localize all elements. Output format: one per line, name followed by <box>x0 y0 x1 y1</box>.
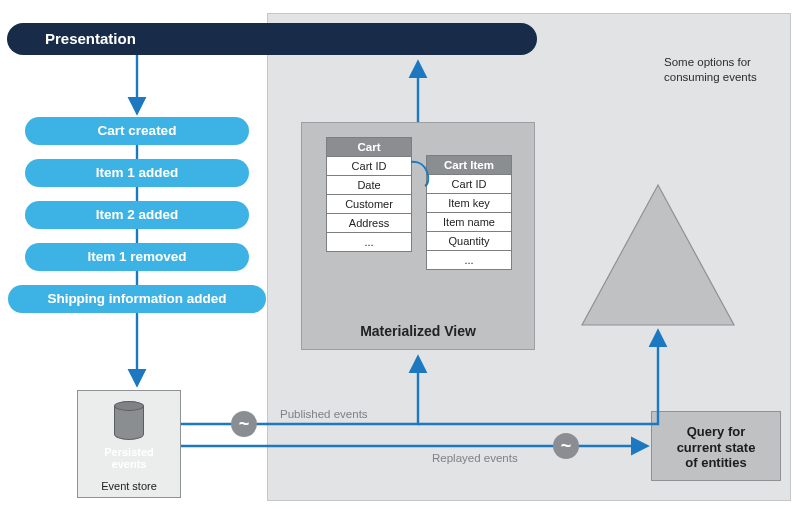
event-label: Item 1 removed <box>87 249 186 264</box>
tilde-node-icon <box>231 411 257 437</box>
note-text: Some options for consuming events <box>664 55 784 85</box>
event-label: Cart created <box>98 123 177 138</box>
materialized-view-panel: Cart Cart ID Date Customer Address ... C… <box>301 122 535 350</box>
cart-table-cell: Date <box>327 176 411 195</box>
event-label: Item 2 added <box>96 207 179 222</box>
cart-item-table: Cart Item Cart ID Item key Item name Qua… <box>426 155 512 270</box>
event-item2-added: Item 2 added <box>25 201 249 229</box>
event-shipping-added: Shipping information added <box>8 285 266 313</box>
presentation-bar: Presentation <box>7 23 537 55</box>
event-label: Item 1 added <box>96 165 179 180</box>
event-store: Persisted events Event store <box>77 390 181 498</box>
event-item1-removed: Item 1 removed <box>25 243 249 271</box>
svg-text:~: ~ <box>239 414 250 434</box>
cart-table-cell: Customer <box>327 195 411 214</box>
persisted-events-label: Persisted events <box>78 446 180 470</box>
cart-table-cell: Cart ID <box>327 157 411 176</box>
cart-item-table-cell: Quantity <box>427 232 511 251</box>
event-cart-created: Cart created <box>25 117 249 145</box>
cart-item-table-header: Cart Item <box>427 156 511 175</box>
cart-table-header: Cart <box>327 138 411 157</box>
query-box: Query for current state of entities <box>651 411 781 481</box>
published-events-label: Published events <box>280 408 368 420</box>
cart-table-cell: Address <box>327 214 411 233</box>
cart-item-table-cell: Item key <box>427 194 511 213</box>
external-systems-label: External systems and applications <box>604 241 710 288</box>
cart-item-table-cell: Item name <box>427 213 511 232</box>
materialized-view-title: Materialized View <box>302 323 534 339</box>
database-icon <box>114 401 144 443</box>
event-label: Shipping information added <box>47 291 226 306</box>
cart-item-table-cell: ... <box>427 251 511 269</box>
presentation-label: Presentation <box>45 30 136 47</box>
event-store-label: Event store <box>78 480 180 492</box>
cart-table-cell: ... <box>327 233 411 251</box>
event-item1-added: Item 1 added <box>25 159 249 187</box>
cart-item-table-cell: Cart ID <box>427 175 511 194</box>
replayed-events-label: Replayed events <box>432 452 518 464</box>
cart-table: Cart Cart ID Date Customer Address ... <box>326 137 412 252</box>
